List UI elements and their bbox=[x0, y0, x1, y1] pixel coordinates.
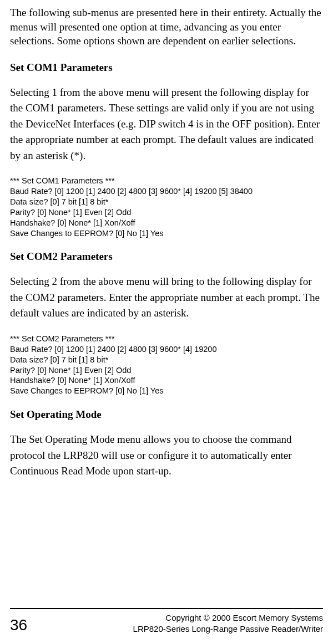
terminal-com1: *** Set COM1 Parameters *** Baud Rate? [… bbox=[10, 176, 323, 238]
heading-opmode: Set Operating Mode bbox=[10, 408, 323, 421]
intro-paragraph: The following sub-menus are presented he… bbox=[10, 6, 323, 48]
paragraph-com1: Selecting 1 from the above menu will pre… bbox=[10, 85, 323, 164]
terminal-com2: *** Set COM2 Parameters *** Baud Rate? [… bbox=[10, 334, 323, 396]
footer-copyright: Copyright © 2000 Escort Memory Systems bbox=[133, 612, 323, 623]
paragraph-opmode: The Set Operating Mode menu allows you t… bbox=[10, 432, 323, 479]
footer-text: Copyright © 2000 Escort Memory Systems L… bbox=[133, 612, 323, 634]
page-footer: 36 Copyright © 2000 Escort Memory System… bbox=[10, 608, 323, 634]
heading-com1: Set COM1 Parameters bbox=[10, 62, 323, 74]
page-number: 36 bbox=[10, 616, 27, 634]
heading-com2: Set COM2 Parameters bbox=[10, 251, 323, 263]
paragraph-com2: Selecting 2 from the above menu will bri… bbox=[10, 274, 323, 321]
footer-product: LRP820-Series Long-Range Passive Reader/… bbox=[133, 623, 323, 635]
page-content: The following sub-menus are presented he… bbox=[0, 0, 333, 479]
